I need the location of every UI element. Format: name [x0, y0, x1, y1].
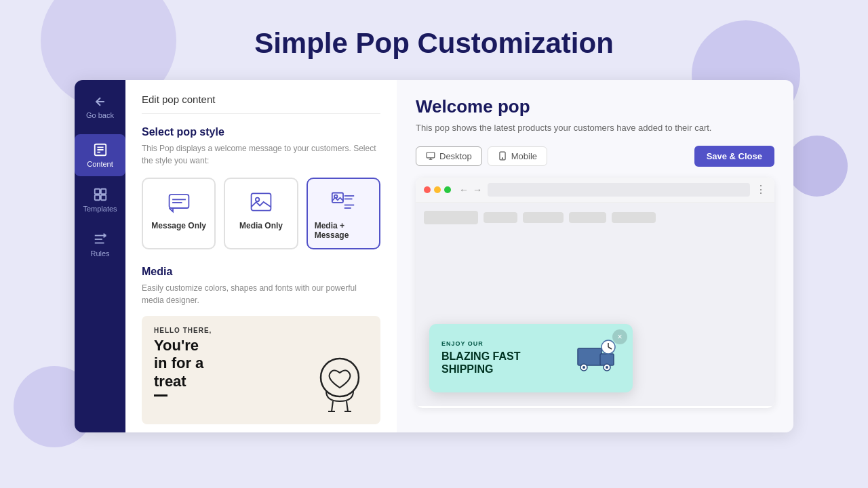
svg-rect-13	[169, 195, 189, 208]
style-card-media-message[interactable]: Media + Message	[307, 178, 380, 249]
popup-overlay: × ENJOY OUR BLAZING FAST SHIPPING	[429, 324, 633, 392]
media-dash-decoration	[154, 394, 167, 396]
save-close-button[interactable]: Save & Close	[694, 146, 774, 167]
go-back-label: Go back	[86, 111, 114, 119]
skeleton-nav3	[569, 212, 606, 223]
media-message-icon	[331, 190, 355, 214]
welcome-pop-title: Welcome pop	[416, 96, 774, 117]
media-heading: Media	[142, 266, 380, 278]
popup-enjoy-label: ENJOY OUR	[441, 340, 568, 347]
sidebar-item-content[interactable]: Content	[75, 134, 125, 176]
content-icon	[93, 142, 108, 157]
bg-decoration-5	[787, 136, 848, 197]
desktop-icon	[426, 151, 435, 161]
media-illustration	[306, 340, 374, 424]
svg-rect-4	[94, 189, 99, 194]
dot-red	[424, 186, 431, 193]
svg-rect-5	[100, 189, 105, 194]
page-title: Simple Pop Customization	[0, 0, 868, 80]
tab-desktop-label: Desktop	[439, 151, 472, 161]
main-container: Go back Content Templates	[75, 80, 793, 432]
svg-rect-34	[578, 348, 601, 365]
mobile-icon	[498, 151, 507, 161]
back-arrow-icon[interactable]: ←	[459, 184, 469, 195]
tab-mobile[interactable]: Mobile	[488, 146, 547, 166]
browser-body: × ENJOY OUR BLAZING FAST SHIPPING	[416, 203, 774, 406]
svg-rect-6	[94, 195, 99, 200]
forward-arrow-icon[interactable]: →	[473, 184, 482, 195]
svg-point-39	[606, 366, 608, 369]
select-style-heading: Select pop style	[142, 126, 380, 138]
popup-text: ENJOY OUR BLAZING FAST SHIPPING	[441, 340, 568, 375]
media-desc: Easily customize colors, shapes and font…	[142, 282, 380, 306]
media-only-icon	[249, 190, 273, 214]
browser-url-bar[interactable]	[488, 183, 750, 197]
svg-point-33	[502, 158, 502, 159]
style-options: Message Only Media Only	[142, 178, 380, 249]
svg-rect-18	[332, 193, 343, 203]
media-only-label: Media Only	[239, 221, 283, 230]
templates-label: Templates	[83, 205, 117, 213]
browser-arrows: ← →	[459, 184, 482, 195]
svg-point-17	[256, 198, 259, 201]
svg-rect-16	[252, 193, 271, 210]
browser-menu-icon[interactable]: ⋮	[755, 183, 766, 196]
popup-big-text: BLAZING FAST SHIPPING	[441, 350, 568, 375]
skeleton-logo	[424, 211, 478, 224]
left-panel: Edit pop content Select pop style This P…	[125, 80, 397, 432]
skeleton-nav4	[612, 212, 656, 223]
edit-pop-content-title: Edit pop content	[142, 94, 380, 114]
sidebar-item-rules[interactable]: Rules	[75, 224, 125, 266]
svg-point-24	[321, 359, 359, 396]
browser-toolbar: ← → ⋮	[416, 178, 774, 203]
tab-mobile-label: Mobile	[511, 151, 537, 161]
svg-rect-29	[427, 152, 435, 158]
sidebar: Go back Content Templates	[75, 80, 125, 432]
back-arrow-icon	[94, 95, 107, 108]
browser-dots	[424, 186, 451, 193]
style-card-message-only[interactable]: Message Only	[142, 178, 216, 249]
media-hello-text: HELLO THERE,	[154, 327, 368, 334]
popup-content: ENJOY OUR BLAZING FAST SHIPPING	[429, 324, 633, 392]
templates-icon	[93, 187, 108, 202]
go-back-button[interactable]: Go back	[81, 87, 119, 127]
skeleton-nav1	[484, 212, 517, 223]
welcome-pop-desc: This pop shows the latest products your …	[416, 121, 774, 135]
style-card-media-only[interactable]: Media Only	[224, 178, 298, 249]
dot-yellow	[434, 186, 441, 193]
media-message-label: Media + Message	[315, 221, 372, 240]
media-preview: HELLO THERE, You're in for a treat	[142, 316, 380, 424]
select-style-desc: This Pop displays a welcome message to y…	[142, 142, 380, 167]
dot-green	[444, 186, 451, 193]
right-panel: Welcome pop This pop shows the latest pr…	[397, 80, 793, 432]
sidebar-item-templates[interactable]: Templates	[75, 179, 125, 221]
svg-point-37	[583, 366, 585, 369]
svg-rect-7	[100, 195, 105, 200]
message-only-label: Message Only	[151, 221, 206, 230]
browser-nav-skeleton	[424, 211, 766, 224]
rules-label: Rules	[90, 249, 109, 258]
device-tabs: Desktop Mobile Save & Close	[416, 146, 774, 167]
content-label: Content	[87, 160, 113, 168]
popup-close-button[interactable]: ×	[612, 329, 627, 344]
svg-line-26	[347, 401, 348, 411]
svg-line-25	[332, 401, 333, 411]
skeleton-nav2	[523, 212, 564, 223]
message-only-icon	[167, 190, 191, 214]
browser-mock: ← → ⋮ ×	[416, 178, 774, 408]
rules-icon	[93, 232, 108, 247]
tab-desktop[interactable]: Desktop	[416, 146, 482, 166]
